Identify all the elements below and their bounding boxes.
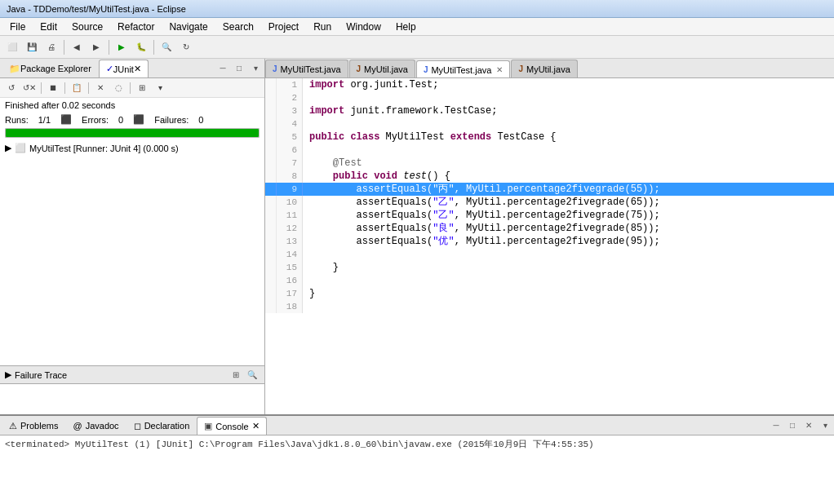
line-number-13: 13 bbox=[277, 235, 303, 248]
toolbar-sep-3 bbox=[153, 40, 154, 55]
toolbar-save[interactable]: 💾 bbox=[23, 38, 41, 56]
test-tree-item[interactable]: ▶ ⬜ MyUtilTest [Runner: JUnit 4] (0.000 … bbox=[0, 141, 264, 155]
runs-label: Runs: bbox=[5, 115, 29, 125]
maximize-bottom-btn[interactable]: □ bbox=[785, 418, 800, 433]
junit-layout-btn[interactable]: ⊞ bbox=[134, 80, 150, 96]
code-text-18 bbox=[303, 300, 834, 313]
menu-search[interactable]: Search bbox=[216, 20, 260, 34]
menu-file[interactable]: File bbox=[3, 20, 32, 34]
menu-project[interactable]: Project bbox=[262, 20, 305, 34]
bottom-tab-bar: ⚠ Problems @ Javadoc ◻ Declaration ▣ Con… bbox=[0, 416, 834, 435]
minimize-panel-btn[interactable]: ─ bbox=[215, 61, 230, 76]
tab-java-icon-2: J bbox=[357, 64, 362, 73]
title-bar: Java - TDDemo/test/MyUtilTest.java - Ecl… bbox=[0, 0, 834, 18]
line-number-17: 17 bbox=[277, 287, 303, 300]
editor-tab-myutiltest2[interactable]: J MyUtilTest.java ✕ bbox=[416, 60, 511, 78]
code-line-5: 5 public class MyUtilTest extends TestCa… bbox=[265, 130, 834, 144]
code-text-5: public class MyUtilTest extends TestCase… bbox=[303, 130, 834, 144]
runs-value: 1/1 bbox=[38, 115, 51, 125]
code-line-14: 14 bbox=[265, 248, 834, 261]
junit-layout-dropdown[interactable]: ▾ bbox=[152, 80, 168, 96]
left-panel: 📁 Package Explorer ✓ JUnit ✕ ─ □ ▾ ↺ ↺✕ bbox=[0, 59, 265, 414]
menu-run[interactable]: Run bbox=[307, 20, 338, 34]
line-gutter-9 bbox=[265, 183, 277, 196]
problems-label: Problems bbox=[20, 421, 58, 431]
line-gutter-13 bbox=[265, 235, 277, 248]
code-text-14 bbox=[303, 248, 834, 261]
bottom-menu-btn[interactable]: ▾ bbox=[818, 418, 832, 433]
junit-progress-fill bbox=[6, 129, 259, 137]
code-editor[interactable]: 1 import org.junit.Test; 2 3 import juni… bbox=[265, 78, 834, 414]
junit-failures-only-btn[interactable]: ✕ bbox=[92, 80, 109, 96]
junit-toolbar-sep-1 bbox=[41, 82, 42, 94]
line-number-10: 10 bbox=[277, 196, 303, 209]
panel-tab-bar: 📁 Package Explorer ✓ JUnit ✕ ─ □ ▾ bbox=[0, 59, 264, 78]
failure-trace-expand[interactable]: ▶ bbox=[5, 369, 11, 380]
maximize-panel-btn[interactable]: □ bbox=[232, 61, 246, 76]
junit-ignored-btn[interactable]: ◌ bbox=[110, 80, 126, 96]
line-number-9: 9 bbox=[277, 183, 303, 196]
javadoc-label: Javadoc bbox=[86, 421, 119, 431]
junit-history-btn[interactable]: 📋 bbox=[69, 80, 85, 96]
code-text-6 bbox=[303, 144, 834, 157]
tab-javadoc[interactable]: @ Javadoc bbox=[65, 417, 126, 435]
editor-tab-myutil2[interactable]: J MyUtil.java bbox=[511, 60, 577, 77]
minimize-bottom-btn[interactable]: ─ bbox=[769, 418, 783, 433]
close-bottom-btn[interactable]: ✕ bbox=[801, 418, 816, 433]
tab-console[interactable]: ▣ Console ✕ bbox=[197, 417, 266, 435]
tab-package-explorer[interactable]: 📁 Package Explorer bbox=[2, 60, 99, 77]
line-number-16: 16 bbox=[277, 274, 303, 287]
errors-icon: ⬛ bbox=[60, 114, 72, 125]
line-gutter-8 bbox=[265, 170, 277, 183]
menu-source[interactable]: Source bbox=[65, 20, 109, 34]
toolbar-debug[interactable]: 🐛 bbox=[132, 38, 150, 56]
code-line-16: 16 bbox=[265, 274, 834, 287]
junit-close-btn[interactable]: ✕ bbox=[134, 64, 141, 74]
menu-help[interactable]: Help bbox=[389, 20, 423, 34]
toolbar-new[interactable]: ⬜ bbox=[3, 38, 21, 56]
tab-junit[interactable]: ✓ JUnit ✕ bbox=[99, 60, 149, 77]
failures-value: 0 bbox=[198, 115, 203, 125]
menu-window[interactable]: Window bbox=[339, 20, 388, 34]
editor-tab-label-1: MyUtilTest.java bbox=[281, 64, 341, 74]
menu-edit[interactable]: Edit bbox=[33, 20, 64, 34]
editor-tab-close-3[interactable]: ✕ bbox=[496, 65, 503, 74]
failure-trace-filter-btn[interactable]: 🔍 bbox=[245, 368, 260, 382]
menu-refactor[interactable]: Refactor bbox=[111, 20, 161, 34]
toolbar-search[interactable]: 🔍 bbox=[157, 38, 175, 56]
editor-area: J MyUtilTest.java J MyUtil.java J MyUtil… bbox=[265, 59, 834, 414]
junit-stop-btn[interactable]: ⏹ bbox=[45, 80, 61, 96]
junit-rerun-btn[interactable]: ↺ bbox=[3, 80, 20, 96]
editor-tab-myutil1[interactable]: J MyUtil.java bbox=[349, 60, 415, 77]
junit-toolbar-sep-4 bbox=[130, 82, 131, 94]
line-number-18: 18 bbox=[277, 300, 303, 313]
failure-trace-copy-btn[interactable]: ⊞ bbox=[228, 368, 243, 382]
menu-navigate[interactable]: Navigate bbox=[162, 20, 214, 34]
code-line-1: 1 import org.junit.Test; bbox=[265, 78, 834, 91]
line-number-6: 6 bbox=[277, 144, 303, 157]
junit-rerun-failed-btn[interactable]: ↺✕ bbox=[21, 80, 38, 96]
toolbar-back[interactable]: ◀ bbox=[68, 38, 86, 56]
toolbar-forward[interactable]: ▶ bbox=[87, 38, 105, 56]
console-close-btn[interactable]: ✕ bbox=[252, 421, 260, 431]
toolbar-refresh[interactable]: ↻ bbox=[177, 38, 195, 56]
test-tree[interactable]: ▶ ⬜ MyUtilTest [Runner: JUnit 4] (0.000 … bbox=[0, 139, 264, 365]
code-text-3: import junit.framework.TestCase; bbox=[303, 104, 834, 117]
panel-menu-btn[interactable]: ▾ bbox=[248, 61, 263, 76]
line-gutter-5 bbox=[265, 130, 277, 144]
toolbar-sep-2 bbox=[109, 40, 109, 55]
editor-tab-label-4: MyUtil.java bbox=[526, 64, 570, 74]
junit-toolbar-sep-3 bbox=[88, 82, 89, 94]
line-number-1: 1 bbox=[277, 78, 303, 91]
editor-tab-myutiltest1[interactable]: J MyUtilTest.java bbox=[265, 60, 348, 77]
line-gutter-2 bbox=[265, 91, 277, 104]
tab-declaration[interactable]: ◻ Declaration bbox=[126, 417, 197, 435]
junit-status: Finished after 0.02 seconds bbox=[0, 98, 264, 113]
tab-problems[interactable]: ⚠ Problems bbox=[2, 417, 65, 435]
toolbar-print[interactable]: 🖨 bbox=[42, 38, 60, 56]
code-line-2: 2 bbox=[265, 91, 834, 104]
main-toolbar: ⬜ 💾 🖨 ◀ ▶ ▶ 🐛 🔍 ↻ bbox=[0, 36, 834, 59]
failure-trace-panel: ▶ Failure Trace ⊞ 🔍 bbox=[0, 365, 264, 414]
code-text-2 bbox=[303, 91, 834, 104]
toolbar-run[interactable]: ▶ bbox=[113, 38, 131, 56]
